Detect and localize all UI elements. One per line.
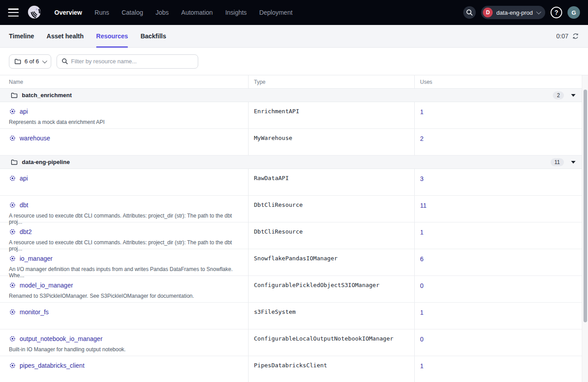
resource-icon [9,282,16,289]
topnav-link-automation[interactable]: Automation [181,9,213,16]
resource-row: api Represents a mock data enrichment AP… [0,102,582,129]
page-tab-bar: TimelineAsset healthResourcesBackfills 0… [0,25,588,48]
uses-count-link[interactable]: 0 [420,282,424,289]
refresh-icon[interactable] [572,33,579,40]
name-cell: warehouse [0,129,248,155]
folder-icon [14,58,21,65]
tab-asset-health[interactable]: Asset health [47,25,84,47]
resource-icon [9,308,16,316]
resource-description: Represents a mock data enrichment API [9,119,243,125]
vertical-scrollbar[interactable] [582,75,588,382]
uses-count-link[interactable]: 1 [420,108,424,115]
type-cell: ConfigurableLocalOutputNotebookIOManager [248,329,414,356]
search-icon[interactable] [463,6,476,19]
topnav-link-insights[interactable]: Insights [225,9,247,16]
dagster-logo-icon[interactable] [26,4,43,21]
workspace-name: data-eng-prod [496,9,533,16]
resource-icon [9,135,16,142]
topnav-link-runs[interactable]: Runs [94,9,109,16]
uses-cell: 1 [414,222,582,252]
resource-description: Renamed to S3PickleIOManager. See S3Pick… [9,293,243,299]
resource-row: dbt A resource used to execute dbt CLI c… [0,196,582,222]
group-row-batch-enrichment: batch_enrichment 2 [0,89,582,102]
uses-cell: 3 [414,169,582,195]
uses-count-link[interactable]: 2 [420,135,424,142]
folder-icon [11,92,18,99]
uses-cell: 1 [414,356,582,382]
topnav-link-catalog[interactable]: Catalog [122,9,143,16]
tab-timeline[interactable]: Timeline [9,25,34,47]
uses-count-link[interactable]: 3 [420,175,424,182]
type-cell: RawDataAPI [248,169,414,195]
scrollbar-thumb[interactable] [584,90,587,322]
topnav-link-deployment[interactable]: Deployment [259,9,293,16]
resources-table: Name Type Uses batch_enrichment 2 api Re… [0,75,588,382]
uses-count-link[interactable]: 0 [420,336,424,343]
resource-name-link-pipes-databricks-client[interactable]: pipes_databricks_client [20,362,85,369]
name-cell: monitor_fs [0,303,248,329]
search-icon [61,58,68,65]
resource-name-link-api[interactable]: api [20,175,28,182]
uses-count-link[interactable]: 1 [420,362,424,370]
uses-count-link[interactable]: 6 [420,255,424,263]
resource-icon [9,175,16,182]
code-location-filter-button[interactable]: 6 of 6 [9,54,51,69]
hamburger-menu-icon[interactable] [8,8,19,16]
code-location-filter-label: 6 of 6 [24,58,39,65]
uses-count-link[interactable]: 1 [420,229,424,236]
help-icon[interactable]: ? [551,7,562,18]
folder-icon [11,159,18,166]
tab-backfills[interactable]: Backfills [140,25,166,47]
collapse-caret-icon[interactable] [571,161,576,164]
column-header-type: Type [248,75,414,88]
uses-cell: 0 [414,276,582,302]
top-navigation-bar: OverviewRunsCatalogJobsAutomationInsight… [0,0,588,25]
collapse-caret-icon[interactable] [571,94,576,97]
uses-count-link[interactable]: 1 [420,309,424,316]
uses-count-link[interactable]: 11 [420,202,427,209]
resource-name-link-api[interactable]: api [20,108,28,115]
resource-filter-input[interactable] [71,58,193,65]
resource-row: pipes_databricks_client PipesDatabricksC… [0,356,582,382]
resource-row: dbt2 A resource used to execute dbt CLI … [0,222,582,249]
type-cell: EnrichmentAPI [248,102,414,128]
user-avatar[interactable]: G [568,6,580,19]
column-header-uses: Uses [414,75,582,88]
resource-name-link-warehouse[interactable]: warehouse [20,135,50,142]
table-body: batch_enrichment 2 api Represents a mock… [0,89,582,382]
type-cell: s3FileSystem [248,303,414,329]
uses-cell: 2 [414,129,582,155]
type-cell: SnowflakePandasIOManager [248,249,414,279]
chevron-down-icon [536,9,541,14]
resource-filter-box [57,54,198,69]
filter-bar: 6 of 6 [0,48,588,75]
workspace-switcher[interactable]: D data-eng-prod [481,6,545,19]
resource-name-link-io-manager[interactable]: io_manager [20,255,53,262]
tab-resources[interactable]: Resources [96,25,128,47]
type-cell: DbtCliResource [248,196,414,225]
name-cell: dbt A resource used to execute dbt CLI c… [0,196,248,225]
group-name: data-eng-pipeline [22,159,70,165]
resource-row: warehouse MyWarehouse 2 [0,129,582,156]
resource-name-link-dbt[interactable]: dbt [20,201,28,209]
resource-row: api RawDataAPI 3 [0,169,582,196]
resource-icon [9,108,16,115]
name-cell: api [0,169,248,195]
name-cell: io_manager An I/O manager definition tha… [0,249,248,279]
resource-name-link-output-notebook-io-manager[interactable]: output_notebook_io_manager [20,335,102,342]
resource-row: model_io_manager Renamed to S3PickleIOMa… [0,276,582,303]
name-cell: pipes_databricks_client [0,356,248,382]
resource-name-link-monitor-fs[interactable]: monitor_fs [20,308,49,316]
resource-name-link-dbt2[interactable]: dbt2 [20,228,32,235]
resource-name-link-model-io-manager[interactable]: model_io_manager [20,282,73,289]
resource-icon [9,228,16,235]
group-count-badge: 2 [553,91,564,99]
resource-icon [9,362,16,369]
topnav-link-jobs[interactable]: Jobs [155,9,169,16]
uses-cell: 6 [414,249,582,279]
name-cell: dbt2 A resource used to execute dbt CLI … [0,222,248,252]
group-name: batch_enrichment [22,92,72,99]
topnav-link-overview[interactable]: Overview [54,9,82,16]
tabs: TimelineAsset healthResourcesBackfills [9,25,179,47]
resource-icon [9,335,16,342]
